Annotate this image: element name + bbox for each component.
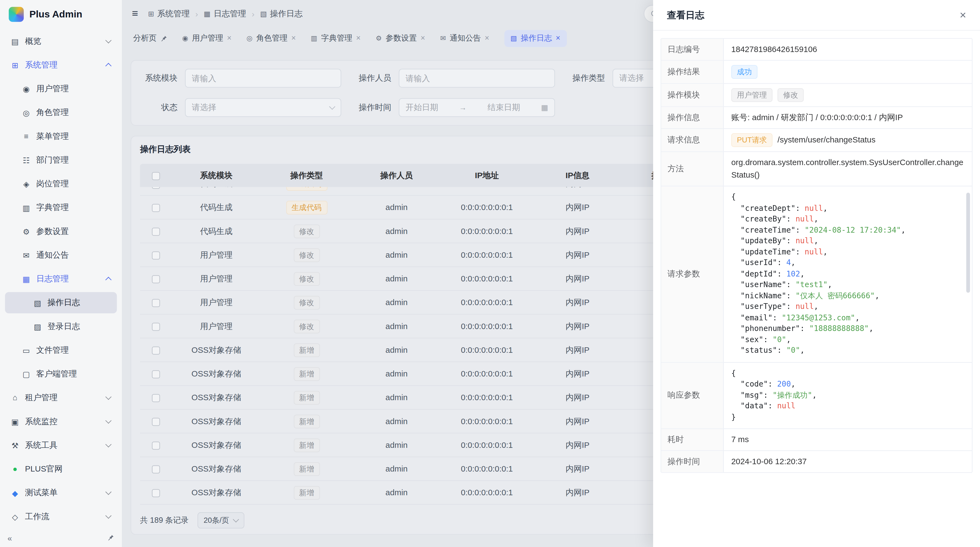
row-checkbox[interactable] [140, 464, 171, 474]
status-select[interactable]: 请选择 [185, 98, 341, 117]
hamburger-menu-icon[interactable]: ≡ [132, 8, 138, 20]
row-checkbox[interactable] [140, 345, 171, 355]
table-row[interactable]: 用户管理修改admin0:0:0:0:0:0:0:1内网IP成功 [140, 315, 713, 338]
table-row-clipped[interactable]: 代码生成生成代码admin0:0:0:0:0:0:0:1内网IP成功 [140, 187, 713, 196]
sidebar-item-system-management[interactable]: ⊞系统管理 [5, 54, 117, 76]
page-size-select[interactable]: 20条/页 [197, 512, 244, 528]
tab-user-management[interactable]: ◉用户管理× [182, 33, 231, 44]
table-row[interactable]: OSS对象存储新增admin0:0:0:0:0:0:0:1内网IP成功 [140, 434, 713, 457]
close-icon[interactable]: × [291, 34, 296, 42]
table-row[interactable]: 代码生成生成代码admin0:0:0:0:0:0:0:1内网IP成功 [140, 196, 713, 220]
column-header[interactable]: 系统模块 [171, 170, 261, 181]
breadcrumb-item[interactable]: ⊞系统管理 [148, 8, 190, 19]
close-icon[interactable]: × [227, 34, 232, 42]
row-checkbox[interactable] [140, 226, 171, 236]
logo-row: Plus Admin [0, 0, 122, 29]
sidebar-item-tenant-management[interactable]: ⌂租户管理 [5, 387, 117, 408]
row-checkbox[interactable] [140, 298, 171, 307]
system-module-text-input[interactable] [192, 73, 334, 83]
system-module-label: 系统模块 [140, 72, 178, 84]
sidebar-item-param-settings[interactable]: ⚙参数设置 [5, 221, 117, 242]
sidebar-item-login-log[interactable]: ▨登录日志 [5, 316, 117, 337]
cell-operator: admin [352, 369, 441, 378]
table-row[interactable]: OSS对象存储新增admin0:0:0:0:0:0:0:1内网IP成功 [140, 457, 713, 481]
row-checkbox[interactable] [140, 250, 171, 260]
table-row[interactable]: OSS对象存储新增admin0:0:0:0:0:0:0:1内网IP成功 [140, 410, 713, 434]
row-checkbox[interactable] [140, 321, 171, 331]
breadcrumb-separator: › [196, 9, 198, 18]
column-header[interactable]: 操作类型 [261, 170, 352, 181]
tab-role-management[interactable]: ◎角色管理× [247, 33, 296, 44]
sidebar-item-test-menu[interactable]: ◆测试菜单 [5, 482, 117, 503]
close-icon[interactable]: × [356, 34, 361, 42]
system-module-input[interactable] [185, 69, 341, 88]
tab-dict-management[interactable]: ▥字典管理× [311, 33, 361, 44]
column-header[interactable]: IP信息 [533, 170, 622, 181]
row-checkbox[interactable] [140, 203, 171, 212]
table-row[interactable]: 代码生成修改admin0:0:0:0:0:0:0:1内网IP成功 [140, 220, 713, 243]
sidebar-item-overview[interactable]: ▤概览 [5, 30, 117, 52]
scrollbar[interactable] [966, 193, 970, 293]
row-checkbox[interactable] [140, 488, 171, 498]
cell-module: OSS对象存储 [171, 368, 261, 379]
tab-operation-log[interactable]: ▧操作日志× [504, 30, 566, 46]
cell-ip: 0:0:0:0:0:0:0:1 [441, 488, 533, 497]
sidebar-item-file-management[interactable]: ▭文件管理 [5, 340, 117, 361]
sidebar-item-system-tools[interactable]: ⚒系统工具 [5, 435, 117, 456]
sidebar-item-workflow[interactable]: ◇工作流 [5, 506, 117, 527]
chevron-down-icon [105, 513, 111, 519]
row-checkbox[interactable] [140, 274, 171, 284]
column-header[interactable]: IP地址 [441, 170, 533, 181]
operator-text-input[interactable] [406, 73, 548, 83]
sidebar-item-menu-management[interactable]: ≡菜单管理 [5, 126, 117, 147]
table-row[interactable]: OSS对象存储新增admin0:0:0:0:0:0:0:1内网IP成功 [140, 338, 713, 362]
request-row: 请求信息 PUT请求 /system/user/changeStatus [661, 129, 972, 152]
collapse-sidebar-icon[interactable]: « [8, 533, 12, 542]
sidebar-item-role-management[interactable]: ◎角色管理 [5, 102, 117, 123]
tab-param-settings[interactable]: ⚙参数设置× [375, 33, 425, 44]
cell-operator: admin [352, 226, 441, 236]
sidebar-item-dict-management[interactable]: ▥字典管理 [5, 197, 117, 218]
breadcrumb-item[interactable]: ▧操作日志 [260, 8, 302, 19]
row-checkbox[interactable] [140, 393, 171, 402]
close-icon[interactable]: × [556, 34, 560, 42]
cell-operator: admin [352, 488, 441, 497]
sidebar-item-plus-website[interactable]: ●PLUS官网 [5, 458, 117, 480]
close-icon[interactable]: × [485, 34, 489, 42]
row-checkbox[interactable] [140, 187, 171, 188]
sidebar-item-operation-log[interactable]: ▧操作日志 [5, 292, 117, 313]
pin-icon[interactable] [160, 35, 167, 41]
breadcrumb-item[interactable]: ▦日志管理 [204, 8, 246, 19]
date-range-input[interactable]: 开始日期 → 结束日期 ▦ [399, 98, 555, 117]
operator-input[interactable] [399, 69, 555, 88]
sidebar-item-dept-management[interactable]: ☷部门管理 [5, 150, 117, 171]
table-row[interactable]: OSS对象存储新增admin0:0:0:0:0:0:0:1内网IP成功 [140, 481, 713, 505]
row-checkbox[interactable] [140, 369, 171, 379]
table-row[interactable]: OSS对象存储新增admin0:0:0:0:0:0:0:1内网IP成功 [140, 362, 713, 386]
sidebar-item-client-management[interactable]: ▢客户端管理 [5, 364, 117, 384]
table-row[interactable]: 用户管理修改admin0:0:0:0:0:0:0:1内网IP成功 [140, 267, 713, 291]
chevron-down-icon [232, 516, 239, 523]
sidebar-item-log-management[interactable]: ▦日志管理 [5, 268, 117, 290]
select-all-checkbox[interactable] [140, 171, 171, 180]
column-header[interactable]: 操作人员 [352, 170, 441, 181]
sidebar-item-post-management[interactable]: ◈岗位管理 [5, 173, 117, 195]
close-icon[interactable]: × [421, 34, 425, 42]
table-row[interactable]: 用户管理修改admin0:0:0:0:0:0:0:1内网IP成功 [140, 291, 713, 315]
tab-notice[interactable]: ✉通知公告× [440, 33, 489, 44]
pin-icon[interactable] [108, 533, 115, 542]
filter-system-module: 系统模块 [140, 69, 341, 88]
cell-ip: 0:0:0:0:0:0:0:1 [441, 440, 533, 450]
sidebar-item-user-management[interactable]: ◉用户管理 [5, 78, 117, 99]
close-icon[interactable]: × [959, 9, 966, 21]
row-checkbox[interactable] [140, 440, 171, 450]
globe-icon: ● [10, 465, 20, 474]
table-row[interactable]: 用户管理修改admin0:0:0:0:0:0:0:1内网IP成功 [140, 243, 713, 267]
table-row[interactable]: OSS对象存储新增admin0:0:0:0:0:0:0:1内网IP成功 [140, 386, 713, 410]
sidebar-item-notice[interactable]: ✉通知公告 [5, 245, 117, 266]
row-checkbox[interactable] [140, 416, 171, 426]
sidebar-item-system-monitor[interactable]: ▣系统监控 [5, 411, 117, 432]
sidebar-item-label: 日志管理 [36, 273, 106, 284]
tab-analysis[interactable]: 分析页 [133, 33, 167, 44]
breadcrumb: ⊞系统管理›▦日志管理›▧操作日志 [148, 8, 302, 19]
